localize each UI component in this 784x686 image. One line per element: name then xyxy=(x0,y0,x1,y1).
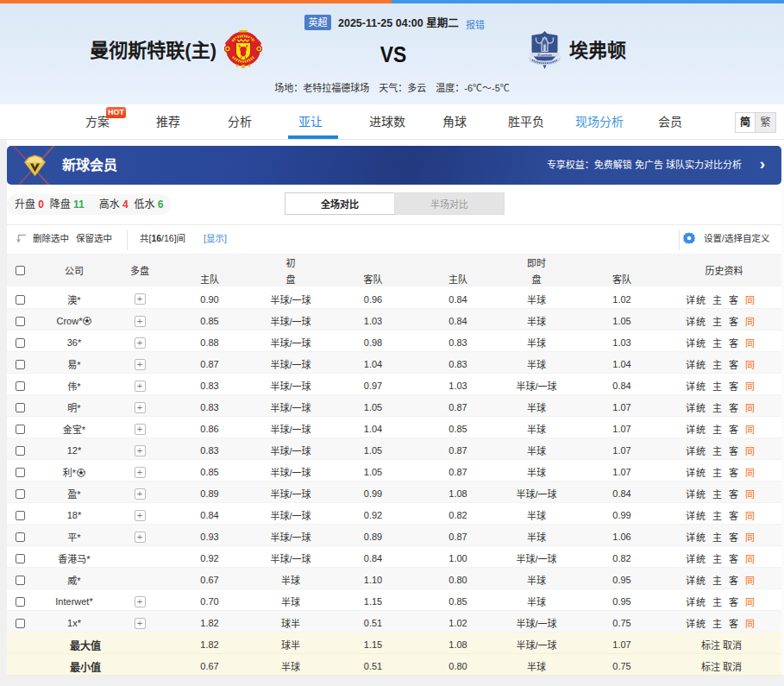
svg-text:Everton: Everton xyxy=(536,53,552,57)
